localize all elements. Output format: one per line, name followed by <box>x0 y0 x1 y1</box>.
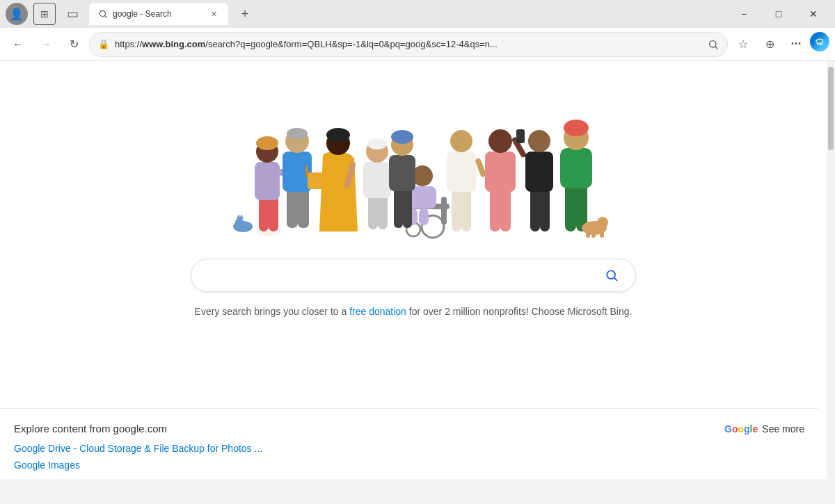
svg-rect-51 <box>490 186 500 231</box>
svg-line-1 <box>105 16 107 18</box>
svg-rect-40 <box>419 209 429 225</box>
scroll-thumb[interactable] <box>828 67 834 150</box>
svg-rect-58 <box>540 186 550 231</box>
explore-title: Explore content from google.com <box>14 423 167 434</box>
svg-line-3 <box>715 47 717 49</box>
svg-point-54 <box>488 129 512 153</box>
svg-rect-46 <box>452 186 461 231</box>
collections-icon[interactable]: ⊞ <box>33 3 56 25</box>
svg-point-67 <box>597 217 608 228</box>
svg-rect-42 <box>403 186 412 228</box>
tab-close-button[interactable]: ✕ <box>207 8 220 20</box>
explore-item-0[interactable]: Google Drive - Cloud Storage & File Back… <box>14 443 804 454</box>
svg-rect-47 <box>461 186 471 231</box>
donation-text: Every search brings you closer to a free… <box>195 306 633 317</box>
svg-rect-53 <box>485 152 516 192</box>
svg-point-10 <box>256 136 278 150</box>
title-bar: 👤 ⊞ ▭ google - Search ✕ + − □ ✕ <box>0 0 835 28</box>
svg-rect-50 <box>475 158 486 178</box>
back-button[interactable]: ← <box>6 32 31 57</box>
svg-line-72 <box>614 278 617 281</box>
donation-link[interactable]: free donation <box>349 306 406 317</box>
profile-icon[interactable]: 👤 <box>6 3 28 25</box>
search-container <box>191 259 636 292</box>
explore-item-1[interactable]: Google Images <box>14 460 804 471</box>
collections-button[interactable]: ⊕ <box>757 32 782 57</box>
refresh-button[interactable]: ↻ <box>61 32 86 57</box>
svg-rect-41 <box>394 186 403 228</box>
svg-rect-28 <box>368 193 378 229</box>
svg-point-49 <box>450 130 472 152</box>
svg-rect-70 <box>600 227 604 238</box>
svg-rect-43 <box>389 155 415 191</box>
search-address-icon <box>708 39 719 50</box>
navigation-bar: ← → ↻ 🔒 https://www.bing.com/search?q=go… <box>0 28 835 61</box>
svg-rect-16 <box>287 186 298 228</box>
svg-point-65 <box>564 120 589 136</box>
svg-rect-36 <box>441 197 447 225</box>
forward-button[interactable]: → <box>33 32 58 57</box>
main-content: Every search brings you closer to a free… <box>0 61 827 479</box>
address-bar[interactable]: 🔒 https://www.bing.com/search?q=google&f… <box>89 32 728 57</box>
svg-point-32 <box>367 138 387 149</box>
hero-image <box>205 82 622 242</box>
search-input[interactable] <box>202 269 599 282</box>
google-logo: G o o g l e <box>724 423 758 434</box>
svg-rect-68 <box>586 227 590 238</box>
svg-point-13 <box>235 218 244 227</box>
svg-rect-30 <box>363 162 391 198</box>
svg-point-22 <box>287 128 308 139</box>
svg-rect-8 <box>255 162 280 200</box>
lock-icon: 🔒 <box>98 39 109 49</box>
edge-profile-icon[interactable] <box>810 32 829 51</box>
svg-rect-69 <box>591 227 596 238</box>
svg-rect-20 <box>305 165 308 177</box>
svg-rect-48 <box>447 152 476 192</box>
svg-rect-52 <box>500 186 511 231</box>
address-text: https://www.bing.com/search?q=google&for… <box>115 39 702 49</box>
see-more-label: See more <box>762 423 804 434</box>
svg-point-45 <box>391 130 413 144</box>
svg-rect-29 <box>378 193 388 229</box>
close-button[interactable]: ✕ <box>797 0 829 28</box>
favorites-button[interactable]: ☆ <box>731 32 756 57</box>
tab-favicon <box>97 8 109 19</box>
svg-rect-59 <box>525 152 553 192</box>
svg-rect-63 <box>560 148 592 188</box>
window-controls: − □ ✕ <box>728 0 829 28</box>
svg-point-26 <box>326 128 350 142</box>
content-area: Every search brings you closer to a free… <box>0 61 835 479</box>
search-button[interactable] <box>599 263 624 288</box>
new-tab-button[interactable]: + <box>234 3 256 25</box>
see-more-button[interactable]: G o o g l e See more <box>724 423 804 434</box>
explore-section: Explore content from google.com G o o g … <box>0 408 818 479</box>
more-options-button[interactable]: ··· <box>784 32 809 57</box>
nav-right-buttons: ☆ ⊕ ··· <box>731 32 829 57</box>
people-illustration <box>218 96 608 242</box>
active-tab[interactable]: google - Search ✕ <box>89 3 228 25</box>
minimize-button[interactable]: − <box>728 0 760 28</box>
svg-rect-17 <box>298 186 309 228</box>
explore-items: Google Drive - Cloud Storage & File Back… <box>14 443 804 471</box>
svg-marker-15 <box>239 214 244 219</box>
search-box[interactable] <box>191 259 636 292</box>
tab-title: google - Search <box>113 9 203 19</box>
svg-point-60 <box>528 130 550 152</box>
svg-rect-61 <box>565 183 576 231</box>
explore-header: Explore content from google.com G o o g … <box>14 423 804 434</box>
maximize-button[interactable]: □ <box>763 0 795 28</box>
sidebar-toggle[interactable]: ▭ <box>61 3 84 25</box>
svg-rect-56 <box>516 129 525 143</box>
scrollbar[interactable] <box>827 61 835 479</box>
svg-rect-57 <box>530 186 540 231</box>
